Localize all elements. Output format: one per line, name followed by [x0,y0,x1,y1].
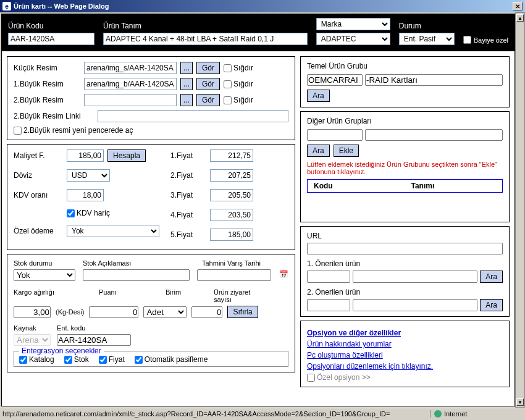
durum-select[interactable]: Ent. Pasif [399,33,455,45]
oner2-label: 2. Önerilen ürün [307,288,360,296]
buyuk1-browse-button[interactable]: ... [180,78,193,90]
oner2-ara-button[interactable]: Ara [480,299,503,311]
status-url: http://arenademo.neticaret.com/admin/xml… [2,410,430,418]
oner1-kod-input[interactable] [307,271,350,283]
buyuk2-input[interactable] [84,94,177,106]
resim-link-input[interactable] [98,110,288,122]
temel-ara-button[interactable]: Ara [307,90,330,102]
temel-grup-label: Temel Ürün Grubu [307,62,368,70]
stok-aciklama-input[interactable] [83,269,190,281]
diger-ekle-button[interactable]: Ekle [334,145,359,157]
stok-aciklama-label: Stok Açıklaması [83,259,131,267]
scroll-down-icon[interactable]: ▼ [516,398,524,406]
bayiye-ozel-checkbox[interactable] [463,36,471,44]
fiyat3-input[interactable] [210,189,253,201]
pc-olustur-link[interactable]: Pc oluşturma özellikleri [307,351,503,359]
stok-checkbox[interactable] [64,356,72,364]
urun-kodu-label: Ürün Kodu [8,22,94,30]
oner1-label: 1. Önerilen ürün [307,259,360,268]
ozel-odeme-select[interactable]: Yok [67,225,159,237]
url-input[interactable] [307,243,503,254]
globe-icon [434,410,442,418]
urun-tanim-label: Ürün Tanım [103,22,308,30]
sifirla-button[interactable]: Sıfırla [227,306,258,318]
oner2-ad-input[interactable] [353,299,477,311]
images-panel: Küçük Resim ... Gör Sığdır 1.Büyük Resim… [7,56,295,140]
bayiye-ozel-label: Bayiye özel [474,36,508,44]
buyuk1-sigdir-checkbox[interactable] [224,80,232,88]
oner1-ad-input[interactable] [353,271,477,283]
fiyat1-input[interactable] [210,149,253,162]
entegrasyon-fieldset: Entegrasyon seçenekler Katalog Stok Fiya… [14,351,288,367]
ozel-odeme-label: Özel ödeme [14,227,63,235]
buyuk1-input[interactable] [84,78,177,90]
status-zone: Internet [430,410,523,418]
urun-tanim-input[interactable] [103,33,308,45]
opsiyon-duzenle-link[interactable]: Opsiyonları düzenlemek için tıklayınız. [307,362,503,371]
marka-label-select[interactable]: Marka [316,18,390,30]
fiyat5-label: 5.Fiyat [170,230,201,239]
buyuk2-browse-button[interactable]: ... [180,94,193,106]
kucuk-resim-label: Küçük Resim [14,64,80,72]
oto-pasifleme-checkbox[interactable] [135,356,143,364]
durum-label: Durum [399,22,455,30]
buyuk2-sigdir-checkbox[interactable] [224,96,232,104]
kucuk-browse-button[interactable]: ... [180,62,193,74]
buyuk1-gor-button[interactable]: Gör [196,78,220,90]
kdv-haric-checkbox[interactable] [67,209,75,217]
kucuk-resim-input[interactable] [84,62,177,74]
fiyat5-input[interactable] [210,229,253,241]
topbar: Ürün Kodu Ürün Tanım Marka ADAPTEC Durum… [2,14,514,51]
kdv-input[interactable] [67,189,104,201]
diger-ara-button[interactable]: Ara [307,145,330,157]
opsiyon-title-link[interactable]: Opsiyon ve diğer özellikler [307,329,503,337]
fiyat1-label: 1.Fiyat [170,151,201,160]
kucuk-sigdir-checkbox[interactable] [224,64,232,72]
buyuk2-gor-button[interactable]: Gör [196,94,220,106]
temel-kod-input [307,74,363,86]
oner2-kod-input[interactable] [307,299,350,311]
katalog-checkbox[interactable] [19,356,27,364]
temel-grup-panel: Temel Ürün Grubu Ara [300,56,510,107]
urun-kodu-input[interactable] [8,33,94,45]
doviz-select[interactable]: USD [67,169,110,182]
tahmini-varis-input[interactable] [197,269,271,281]
doviz-label: Döviz [14,171,63,180]
yorumlar-link[interactable]: Ürün hakkındaki yorumlar [307,340,503,348]
calendar-icon[interactable]: 📅 [279,269,288,279]
diger-ad-input[interactable] [365,129,503,141]
diger-kod-input[interactable] [307,129,363,141]
ziyaret-input [191,306,222,318]
vertical-scrollbar[interactable]: ▲ ▼ [515,12,525,408]
hesapla-button[interactable]: Hesapla [107,149,146,162]
oner1-ara-button[interactable]: Ara [480,271,503,283]
yeni-pencere-checkbox[interactable] [14,127,22,135]
fiyat-checkbox[interactable] [99,356,107,364]
scroll-up-icon[interactable]: ▲ [516,14,524,22]
birim-select[interactable]: Adet [143,306,187,318]
fiyat4-label: 4.Fiyat [170,211,201,219]
buyuk1-label: 1.Büyük Resim [14,80,80,88]
stok-durumu-label: Stok durumu [14,259,52,267]
fiyat4-input[interactable] [210,209,253,221]
titlebar: e Ürün kartı -- Web Page Dialog ✕ [0,0,525,12]
fiyat2-input[interactable] [210,169,253,182]
kdv-label: KDV oranı [14,191,63,200]
url-label: URL [307,232,322,240]
ozel-opsiyon-checkbox[interactable] [307,374,315,382]
maliyet-label: Maliyet F. [14,151,63,160]
buyuk2-label: 2.Büyük Resim [14,96,80,104]
maliyet-input[interactable] [67,149,104,162]
ent-kodu-input [57,334,131,346]
diger-grup-label: Diğer Ürün Grupları [307,117,372,125]
stock-panel: Stok durumu Stok Açıklaması Tahmini Varı… [7,254,295,372]
kargo-input[interactable] [14,306,51,318]
kaynak-select: Arena [14,334,51,346]
entegrasyon-legend: Entegrasyon seçenekler [19,346,104,355]
stok-durumu-select[interactable]: Yok [14,269,75,281]
kucuk-gor-button[interactable]: Gör [196,62,220,74]
marka-select[interactable]: ADAPTEC [316,33,390,45]
close-button[interactable]: ✕ [513,2,523,10]
puan-input[interactable] [89,306,138,318]
url-panel: URL 1. Önerilen ürün Ara 2. Önerilen ürü… [300,226,510,317]
